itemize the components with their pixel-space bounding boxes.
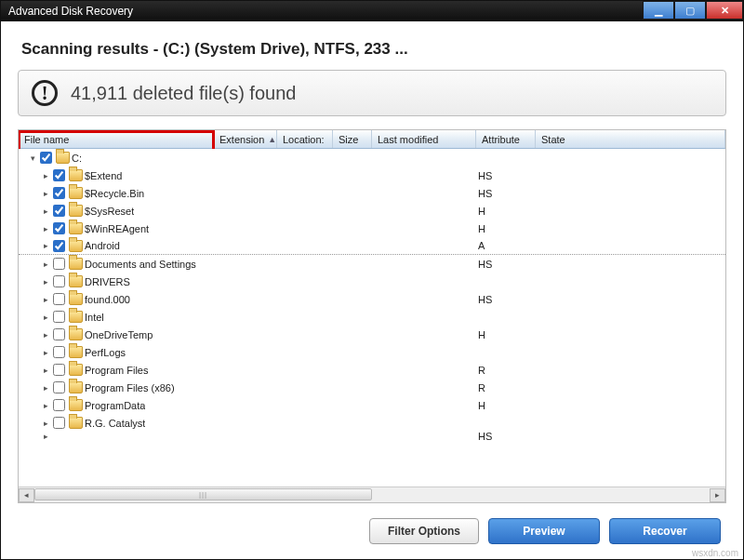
scroll-track[interactable]: ||| <box>34 488 710 502</box>
recover-button[interactable]: Recover <box>609 518 721 544</box>
col-extension[interactable]: Extension▲ <box>214 130 277 148</box>
row-label: found.000 <box>85 294 130 305</box>
row-label: Program Files (x86) <box>85 382 175 393</box>
col-last-modified[interactable]: Last modified <box>372 130 476 148</box>
row-checkbox[interactable] <box>53 205 65 217</box>
expand-icon[interactable]: ▸ <box>41 206 51 216</box>
row-label: C: <box>72 153 82 164</box>
expand-icon[interactable]: ▸ <box>41 329 51 340</box>
expand-icon[interactable]: ▸ <box>41 170 51 180</box>
expand-icon[interactable]: ▸ <box>41 418 51 428</box>
table-row[interactable]: ▸PerfLogs <box>19 343 725 361</box>
sort-asc-icon: ▲ <box>268 135 276 144</box>
row-attribute: A <box>476 240 536 251</box>
expand-icon[interactable]: ▸ <box>41 241 51 251</box>
row-checkbox[interactable] <box>53 258 65 270</box>
table-row[interactable]: ▸Documents and SettingsHS <box>19 255 725 273</box>
summary-text: 41,911 deleted file(s) found <box>71 83 296 104</box>
preview-button[interactable]: Preview <box>488 518 600 544</box>
row-attribute: H <box>476 223 536 234</box>
scroll-thumb[interactable]: ||| <box>34 488 372 500</box>
expand-icon[interactable]: ▸ <box>41 294 51 304</box>
folder-icon <box>69 240 83 252</box>
col-filename[interactable]: File name <box>19 130 214 148</box>
row-checkbox[interactable] <box>53 381 65 393</box>
table-row[interactable]: ▸$WinREAgentH <box>19 220 725 237</box>
folder-icon <box>69 328 83 340</box>
expand-icon[interactable]: ▸ <box>41 312 51 322</box>
titlebar[interactable]: Advanced Disk Recovery ▁ ▢ ✕ <box>1 1 743 21</box>
col-state[interactable]: State <box>536 130 725 148</box>
row-checkbox[interactable] <box>53 187 65 199</box>
table-row[interactable]: ▾C: <box>19 149 725 167</box>
row-label: $Recycle.Bin <box>85 188 144 199</box>
expand-icon[interactable]: ▸ <box>41 382 51 393</box>
row-checkbox[interactable] <box>53 417 65 429</box>
row-label: ProgramData <box>85 400 145 411</box>
table-row[interactable]: ▸HS <box>19 432 725 441</box>
table-row[interactable]: ▸Intel <box>19 308 725 326</box>
window-title: Advanced Disk Recovery <box>8 5 133 18</box>
row-checkbox[interactable] <box>53 169 65 181</box>
row-attribute: HS <box>476 170 536 181</box>
collapse-icon[interactable]: ▾ <box>28 153 38 163</box>
alert-icon: ! <box>32 80 58 106</box>
row-label: Android <box>85 240 120 251</box>
row-attribute: R <box>476 382 536 393</box>
folder-icon <box>69 417 83 429</box>
expand-icon[interactable]: ▸ <box>41 276 51 287</box>
table-row[interactable]: ▸ProgramDataH <box>19 396 725 414</box>
expand-icon[interactable]: ▸ <box>41 347 51 357</box>
table-row[interactable]: ▸AndroidA <box>19 237 725 255</box>
row-checkbox[interactable] <box>53 222 65 234</box>
grid-body[interactable]: ▾C:▸$ExtendHS▸$Recycle.BinHS▸$SysResetH▸… <box>19 149 725 487</box>
row-attribute: H <box>476 206 536 217</box>
folder-icon <box>69 381 83 393</box>
table-row[interactable]: ▸$SysResetH <box>19 202 725 220</box>
row-attribute: H <box>476 329 536 340</box>
col-size[interactable]: Size <box>333 130 372 148</box>
table-row[interactable]: ▸found.000HS <box>19 290 725 308</box>
folder-icon <box>69 399 83 411</box>
row-checkbox[interactable] <box>53 240 65 252</box>
scroll-right-button[interactable]: ▸ <box>710 488 725 502</box>
row-attribute: H <box>476 400 536 411</box>
row-label: Program Files <box>85 365 148 376</box>
row-attribute: R <box>476 365 536 376</box>
row-checkbox[interactable] <box>53 399 65 411</box>
expand-icon[interactable]: ▸ <box>41 365 51 375</box>
expand-icon[interactable]: ▸ <box>41 188 51 198</box>
maximize-button[interactable]: ▢ <box>674 1 706 20</box>
expand-icon[interactable]: ▸ <box>41 259 51 269</box>
table-row[interactable]: ▸Program FilesR <box>19 361 725 379</box>
folder-icon <box>69 364 83 376</box>
app-window: Advanced Disk Recovery ▁ ▢ ✕ Scanning re… <box>0 0 744 560</box>
table-row[interactable]: ▸R.G. Catalyst <box>19 414 725 432</box>
row-checkbox[interactable] <box>53 275 65 287</box>
watermark: wsxdn.com <box>692 548 738 558</box>
row-checkbox[interactable] <box>53 293 65 305</box>
table-row[interactable]: ▸Program Files (x86)R <box>19 379 725 396</box>
filter-options-button[interactable]: Filter Options <box>369 518 479 544</box>
row-attribute: HS <box>476 294 536 305</box>
scroll-left-button[interactable]: ◂ <box>19 488 34 502</box>
close-button[interactable]: ✕ <box>706 1 743 20</box>
minimize-button[interactable]: ▁ <box>643 1 674 20</box>
row-checkbox[interactable] <box>40 152 52 164</box>
expand-icon[interactable]: ▸ <box>41 432 51 441</box>
row-checkbox[interactable] <box>53 364 65 376</box>
table-row[interactable]: ▸$ExtendHS <box>19 167 725 184</box>
row-checkbox[interactable] <box>53 311 65 323</box>
expand-icon[interactable]: ▸ <box>41 400 51 410</box>
expand-icon[interactable]: ▸ <box>41 223 51 233</box>
col-location[interactable]: Location: <box>277 130 333 148</box>
table-row[interactable]: ▸$Recycle.BinHS <box>19 184 725 202</box>
row-checkbox[interactable] <box>53 346 65 358</box>
horizontal-scrollbar[interactable]: ◂ ||| ▸ <box>19 487 725 502</box>
row-attribute: HS <box>476 432 536 441</box>
row-checkbox[interactable] <box>53 328 65 340</box>
table-row[interactable]: ▸DRIVERS <box>19 273 725 290</box>
folder-icon <box>69 169 83 181</box>
table-row[interactable]: ▸OneDriveTempH <box>19 326 725 343</box>
col-attribute[interactable]: Attribute <box>476 130 536 148</box>
